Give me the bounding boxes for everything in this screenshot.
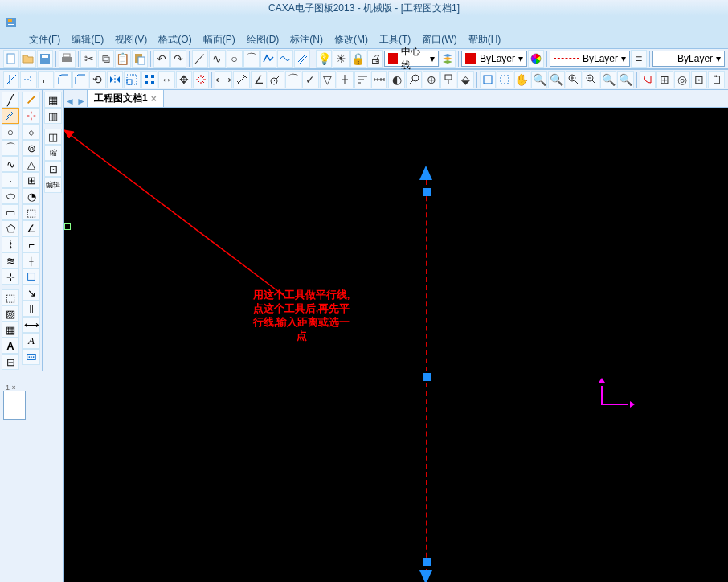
hatch-square-tool[interactable]: ⊡ — [44, 161, 62, 177]
snap-button[interactable] — [640, 71, 656, 88]
thumbnail-close[interactable]: 1 × — [6, 383, 16, 391]
menu-file[interactable]: 文件(F) — [24, 31, 65, 48]
polyline-tool[interactable]: ⌇ — [2, 236, 19, 252]
zoom-window-button[interactable]: 🔍 — [548, 71, 564, 88]
erase-tool[interactable] — [22, 92, 40, 108]
axis-tool[interactable]: ⊹ — [2, 268, 19, 285]
arc-button[interactable]: ⌒ — [243, 50, 260, 68]
zoom-in-button[interactable] — [566, 71, 582, 88]
redo-button[interactable]: ↷ — [170, 50, 186, 68]
dim-baseline-button[interactable] — [354, 71, 370, 88]
dim-edit-tool[interactable]: ⟷ — [22, 317, 40, 333]
wave-button[interactable] — [277, 50, 293, 68]
menu-help[interactable]: 帮助(H) — [464, 31, 506, 48]
dim-arc-button[interactable]: ⌒ — [285, 71, 301, 88]
partial-tool[interactable]: ◔ — [22, 188, 40, 204]
explode-button[interactable] — [193, 71, 209, 88]
hatch-cross-tool[interactable]: ◫ — [44, 129, 62, 145]
point-tool[interactable]: · — [2, 172, 19, 188]
print-button[interactable] — [59, 50, 75, 68]
zoom-out-button[interactable] — [583, 71, 599, 88]
page-thumbnail[interactable]: 1 × — [3, 391, 26, 420]
table-tool[interactable]: ⊟ — [2, 354, 19, 370]
angle-tool[interactable]: ∠ — [22, 220, 40, 236]
text-tool[interactable]: A — [2, 338, 19, 354]
dim-angular-button[interactable]: ∠ — [251, 71, 267, 88]
trim-button[interactable] — [3, 71, 19, 88]
view-regen-button[interactable] — [480, 71, 496, 88]
grid-button[interactable]: ⊡ — [691, 71, 707, 88]
circle-tool[interactable]: ○ — [2, 124, 19, 140]
array-button[interactable] — [141, 71, 157, 88]
ortho-button[interactable]: ⊞ — [656, 71, 673, 88]
dim-tolerance-button[interactable]: ⊕ — [423, 71, 439, 88]
circle-button[interactable]: ○ — [227, 50, 243, 68]
dim-radius-button[interactable] — [268, 71, 284, 88]
menu-draw[interactable]: 绘图(D) — [242, 31, 284, 48]
ellipse-tool[interactable]: ⬭ — [2, 188, 19, 204]
rotate-tool[interactable] — [22, 268, 40, 285]
zoom-all-button[interactable]: 🔍 — [600, 71, 616, 88]
text-edit-tool[interactable]: A — [22, 333, 40, 349]
balloon-tool[interactable] — [22, 349, 40, 365]
spline-tool[interactable]: ∿ — [2, 156, 19, 172]
linetype-dropdown[interactable]: ByLayer ▾ — [550, 51, 630, 67]
array-tool[interactable]: ⊞ — [22, 172, 40, 188]
rect-select-tool[interactable]: ⬚ — [22, 204, 40, 220]
zoom-extents-button[interactable]: 🔍 — [617, 71, 633, 88]
close-icon[interactable]: × — [151, 93, 157, 105]
corner-tool[interactable]: ⌐ — [22, 236, 40, 252]
lock-icon[interactable]: 🔒 — [350, 50, 366, 68]
stretch-button[interactable]: ↔ — [158, 71, 174, 88]
chamfer-button[interactable] — [72, 71, 88, 88]
lineweight-dropdown[interactable]: ByLayer ▾ — [652, 51, 725, 67]
dim-tool[interactable]: ⟊ — [22, 252, 40, 268]
dim-datum-button[interactable] — [440, 71, 456, 88]
copy-tool[interactable]: △ — [22, 156, 40, 172]
undo-button[interactable]: ↶ — [153, 50, 170, 68]
polyline-button[interactable] — [260, 50, 276, 68]
layer-dropdown[interactable]: 中心线 ▾ — [384, 51, 439, 67]
move-button[interactable]: ✥ — [176, 71, 192, 88]
menu-modify[interactable]: 修改(M) — [329, 31, 373, 48]
menu-view[interactable]: 视图(V) — [110, 31, 152, 48]
extend-button[interactable] — [20, 71, 36, 88]
dim-aligned-button[interactable] — [233, 71, 249, 88]
pan-button[interactable]: ✋ — [514, 71, 530, 88]
dim-chamfer-button[interactable] — [406, 71, 422, 88]
osnap-button[interactable]: ◎ — [674, 71, 690, 88]
dim-weld-button[interactable]: ⬙ — [457, 71, 473, 88]
scale-button[interactable] — [124, 71, 140, 88]
offset-button[interactable] — [294, 50, 310, 68]
menu-edit[interactable]: 编辑(E) — [67, 31, 108, 48]
break-button[interactable]: ⌐ — [38, 71, 54, 88]
tab-scroll-left[interactable]: ◄ — [64, 96, 76, 107]
paste-button[interactable]: 📋 — [115, 50, 131, 68]
mirror-button[interactable] — [107, 71, 123, 88]
menu-sheet[interactable]: 幅面(P) — [198, 31, 240, 48]
spline-button[interactable]: ∿ — [209, 50, 225, 68]
polygon-tool[interactable]: ⬠ — [2, 220, 19, 236]
erase-all-tool[interactable] — [22, 108, 40, 124]
rotate-button[interactable]: ⟲ — [89, 71, 105, 88]
color-dropdown[interactable]: ByLayer ▾ — [461, 51, 527, 67]
paste-special-button[interactable] — [132, 50, 148, 68]
copy-button[interactable]: ⧉ — [98, 50, 114, 68]
hatch-tool[interactable]: ▨ — [2, 305, 19, 322]
line-tool[interactable]: ╱ — [2, 92, 19, 108]
drawing-canvas[interactable]: 用这个工具做平行线, 点这个工具后,再先平 行线,输入距离或选一 点 — [64, 108, 728, 582]
properties-button[interactable]: 🗒 — [708, 71, 724, 88]
hatch-45-tool[interactable]: 编辑 — [44, 177, 62, 193]
line-button[interactable]: ／ — [192, 50, 208, 68]
hatch-lines-tool[interactable]: ▥ — [44, 108, 62, 124]
dim-surface-button[interactable]: ▽ — [320, 71, 336, 88]
document-tab[interactable]: 工程图文档1 × — [87, 89, 164, 107]
cut-button[interactable]: ✂ — [80, 50, 96, 68]
dim-break-tool[interactable]: ⊣⊢ — [22, 301, 40, 317]
arc-tool[interactable]: ⌒ — [2, 140, 19, 156]
leader-tool[interactable]: ↘ — [22, 285, 40, 301]
dim-check-button[interactable]: ✓ — [302, 71, 318, 88]
save-button[interactable] — [37, 50, 53, 68]
dim-continue-button[interactable] — [371, 71, 387, 88]
fillet-button[interactable] — [55, 71, 71, 88]
